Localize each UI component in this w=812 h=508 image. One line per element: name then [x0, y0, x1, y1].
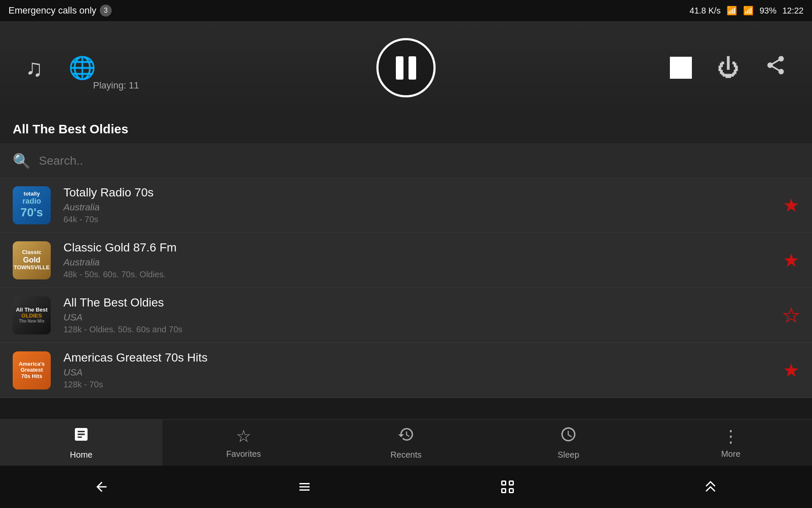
station-name: Totally Radio 70s: [63, 186, 774, 199]
station-item[interactable]: All The Best OLDIES The New Mix All The …: [0, 288, 812, 343]
station-logo: Classic Gold TOWNSVILLE: [13, 241, 51, 279]
android-home-btn[interactable]: [297, 479, 312, 494]
svg-rect-2: [502, 489, 506, 493]
station-list: totally radio 70's Totally Radio 70s Aus…: [0, 178, 812, 398]
player-area: ♫ 🌐 Playing: 11 ⏻: [0, 21, 812, 114]
sleep-icon: [560, 426, 577, 447]
favorite-button[interactable]: ★: [783, 194, 799, 216]
current-station-title: All The Best Oldies: [13, 122, 128, 136]
music-icon: ♫: [25, 54, 43, 82]
player-left: ♫ 🌐: [25, 54, 96, 82]
station-info: Classic Gold 87.6 Fm Australia 48k - 50s…: [63, 241, 774, 279]
station-item[interactable]: Classic Gold TOWNSVILLE Classic Gold 87.…: [0, 233, 812, 288]
search-bar: 🔍: [0, 144, 812, 178]
notification-badge: 3: [100, 5, 112, 17]
search-icon: 🔍: [13, 152, 30, 169]
favorites-icon: ☆: [236, 426, 251, 446]
data-speed: 41.8 K/s: [690, 6, 721, 16]
nav-item-more[interactable]: ⋮ More: [650, 420, 812, 466]
favorite-button[interactable]: ★: [783, 359, 799, 381]
station-name: All The Best Oldies: [63, 296, 774, 309]
nav-item-home[interactable]: Home: [0, 420, 162, 466]
pause-bar-left: [396, 56, 403, 80]
svg-rect-1: [510, 481, 513, 485]
station-country: USA: [63, 312, 774, 323]
svg-rect-0: [502, 481, 506, 485]
recents-icon: [398, 426, 414, 447]
station-info: All The Best Oldies USA 128k - Oldies. 5…: [63, 296, 774, 334]
station-country: USA: [63, 367, 774, 378]
status-right: 41.8 K/s 📶 📶 93% 12:22: [690, 6, 804, 16]
station-title-bar: All The Best Oldies: [0, 114, 812, 144]
home-icon: [73, 426, 90, 447]
stop-button[interactable]: [670, 57, 692, 79]
android-back-btn[interactable]: [94, 479, 109, 494]
station-name: Classic Gold 87.6 Fm: [63, 241, 774, 254]
station-logo: All The Best OLDIES The New Mix: [13, 296, 51, 334]
bottom-nav: Home ☆ Favorites Recents Sleep ⋮ More: [0, 419, 812, 466]
nav-item-recents[interactable]: Recents: [325, 420, 487, 466]
android-recent-btn[interactable]: [500, 479, 515, 494]
nav-item-favorites[interactable]: ☆ Favorites: [162, 420, 325, 466]
station-name: Americas Greatest 70s Hits: [63, 351, 774, 364]
emergency-text: Emergency calls only: [8, 5, 96, 16]
favorite-button[interactable]: ★: [783, 249, 799, 271]
recents-label: Recents: [390, 450, 421, 460]
svg-rect-3: [510, 489, 513, 493]
power-button[interactable]: ⏻: [717, 55, 739, 80]
share-button[interactable]: [765, 54, 787, 81]
station-info: Americas Greatest 70s Hits USA 128k - 70…: [63, 351, 774, 389]
station-meta: 128k - 70s: [63, 380, 774, 389]
station-logo: totally radio 70's: [13, 186, 51, 224]
favorites-label: Favorites: [226, 449, 261, 459]
more-icon: ⋮: [722, 426, 739, 446]
station-country: Australia: [63, 202, 774, 213]
player-right: ⏻: [670, 54, 787, 81]
network-icon: 📶: [743, 6, 754, 16]
android-nav: [0, 466, 812, 508]
pause-bar-right: [409, 56, 416, 80]
search-input[interactable]: [39, 154, 799, 168]
nav-item-sleep[interactable]: Sleep: [487, 420, 650, 466]
playing-label: Playing: 11: [93, 80, 139, 91]
status-bar: Emergency calls only 3 41.8 K/s 📶 📶 93% …: [0, 0, 812, 21]
station-meta: 64k - 70s: [63, 215, 774, 224]
battery-text: 93%: [760, 6, 776, 16]
more-label: More: [721, 449, 741, 459]
station-logo: America's Greatest 70s Hits: [13, 351, 51, 389]
pause-button[interactable]: [376, 38, 436, 97]
android-menu-btn[interactable]: [703, 479, 718, 494]
time-display: 12:22: [782, 6, 804, 16]
globe-icon: 🌐: [69, 55, 96, 81]
station-meta: 48k - 50s. 60s. 70s. Oldies.: [63, 270, 774, 279]
station-country: Australia: [63, 257, 774, 268]
station-item[interactable]: totally radio 70's Totally Radio 70s Aus…: [0, 178, 812, 233]
favorite-button[interactable]: ★: [783, 304, 799, 326]
bluetooth-icon: 📶: [727, 6, 737, 16]
home-label: Home: [70, 450, 92, 460]
sleep-label: Sleep: [557, 450, 579, 460]
pause-icon: [396, 56, 416, 80]
station-item[interactable]: America's Greatest 70s Hits Americas Gre…: [0, 343, 812, 398]
station-info: Totally Radio 70s Australia 64k - 70s: [63, 186, 774, 224]
station-meta: 128k - Oldies. 50s. 60s and 70s: [63, 325, 774, 334]
status-left: Emergency calls only 3: [8, 5, 112, 17]
